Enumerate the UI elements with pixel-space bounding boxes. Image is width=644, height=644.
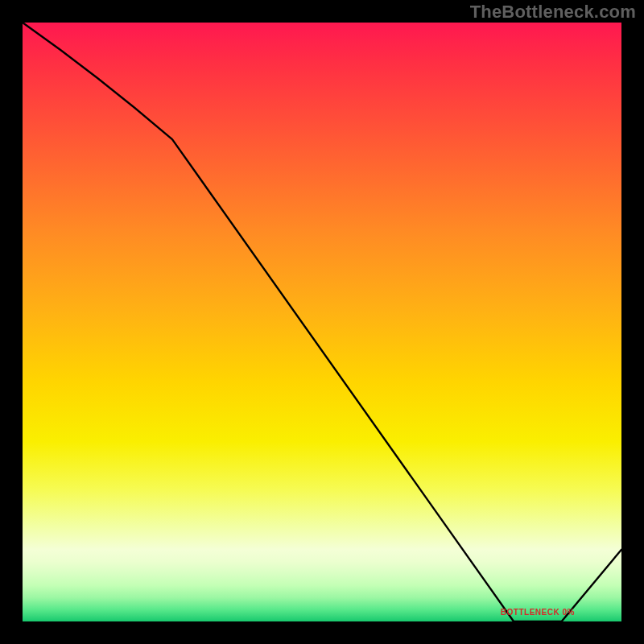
bottleneck-zero-annotation: BOTTLENECK 0% (501, 608, 575, 617)
chart-container: TheBottleneck.com BOTTLENECK 0% (0, 0, 644, 644)
source-attribution: TheBottleneck.com (470, 2, 636, 23)
bottleneck-curve (23, 23, 621, 621)
